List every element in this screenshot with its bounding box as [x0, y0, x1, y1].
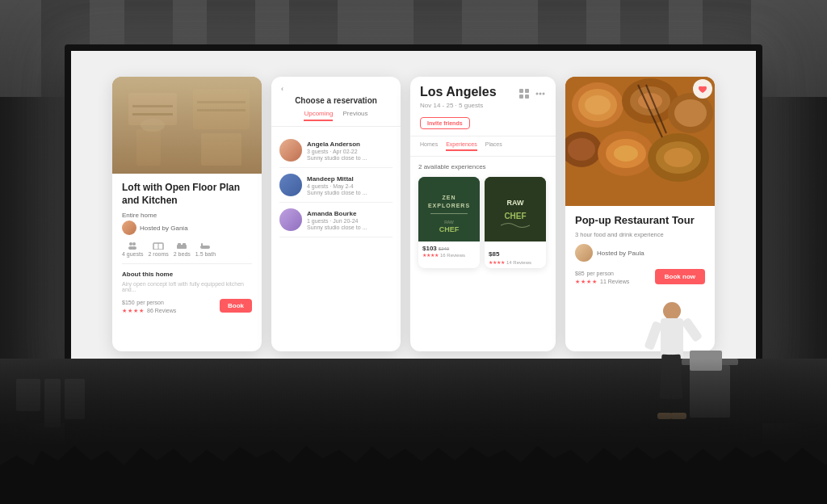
guest-detail: 3 guests · Apr 02-22 [307, 149, 393, 154]
svg-rect-17 [178, 243, 181, 246]
guest-detail: 4 guests · May 2-4 [307, 183, 393, 189]
chef-image: RAW CHEF [485, 177, 546, 242]
host-avatar [122, 220, 136, 235]
svg-rect-8 [201, 133, 241, 166]
svg-rect-21 [519, 89, 523, 93]
listing-about: About this home [122, 271, 252, 278]
guest-location: Sunny studio close to ... [307, 225, 393, 230]
guest-location: Sunny studio close to ... [307, 155, 393, 161]
guest-avatar [279, 208, 302, 231]
experience-card-zen: ZEN EXPLORERS RAW CHEF $103 [418, 177, 480, 268]
svg-text:CHEF: CHEF [504, 212, 526, 220]
svg-rect-3 [132, 113, 173, 116]
reservations-tabs: Upcoming Previous [281, 110, 391, 121]
svg-rect-23 [519, 94, 523, 99]
tab-upcoming[interactable]: Upcoming [304, 110, 333, 121]
popup-price-unit: per person [586, 271, 613, 276]
listing-host: Hosted by Gania [122, 220, 252, 235]
popup-rating-stars: ★ ★ ★ ★ 11 Reviews [575, 279, 629, 285]
listing-desc-short: Airy open concept loft with fully equipp… [122, 281, 252, 292]
svg-point-27 [543, 92, 545, 94]
amenity-rooms: 2 rooms [148, 242, 168, 257]
speaker-head [663, 302, 681, 320]
listing-type: Entire home [122, 212, 252, 219]
invite-friends-button[interactable]: Invite friends [420, 117, 470, 129]
svg-rect-5 [197, 101, 246, 103]
svg-point-25 [536, 92, 539, 94]
popup-image [565, 77, 715, 206]
guest-info: Angela Anderson 3 guests · Apr 02-22 Sun… [307, 141, 393, 161]
chef-reviews: 14 Reviews [506, 260, 531, 265]
guest-avatar [279, 174, 302, 196]
popup-host-avatar [575, 244, 593, 262]
svg-rect-7 [136, 129, 161, 166]
popup-host-text: Hosted by Paula [597, 250, 644, 257]
amenity-rooms-label: 2 rooms [148, 251, 168, 257]
la-icons [518, 88, 546, 99]
chef-rating: ★★★★ 14 Reviews [489, 259, 542, 265]
popup-price-value: $85 [575, 271, 585, 276]
svg-text:RAW: RAW [444, 220, 454, 225]
svg-point-40 [585, 95, 611, 115]
reservations-title: Choose a reservation [281, 96, 391, 105]
listing-image [112, 77, 262, 174]
guest-name: Amanda Bourke [307, 210, 393, 217]
amenity-beds: 2 beds [174, 242, 191, 257]
book-button[interactable]: Book [220, 299, 252, 313]
zen-price: $103 $240 [422, 245, 476, 252]
popup-body: Pop-up Restaurant Tour 3 hour food and d… [565, 206, 715, 293]
zen-stars: ★★★★ [422, 252, 439, 258]
svg-rect-1 [128, 93, 177, 125]
svg-rect-22 [525, 89, 529, 93]
popup-host: Hosted by Paula [575, 244, 705, 262]
svg-point-10 [129, 242, 132, 246]
svg-point-45 [674, 99, 707, 127]
loft-listing-card: Loft with Open Floor Plan and Kitchen En… [112, 77, 262, 351]
tab-previous[interactable]: Previous [342, 110, 367, 121]
svg-point-9 [141, 119, 165, 132]
zen-old-price: $240 [439, 246, 449, 251]
amenity-beds-label: 2 beds [174, 251, 191, 257]
listing-price: $150 per person [122, 297, 176, 306]
reservation-item: Mandeep Mittal 4 guests · May 2-4 Sunny … [279, 168, 393, 203]
host-name: Hosted by Gania [140, 225, 188, 232]
grid-icon [518, 88, 530, 99]
zen-info: $103 $240 ★★★★ 16 Reviews [418, 242, 480, 261]
amenity-guests: 4 guests [122, 242, 143, 257]
tab-homes[interactable]: Homes [420, 141, 438, 151]
tab-experiences[interactable]: Experiences [446, 141, 477, 151]
reservation-item: Amanda Bourke 1 guests · Jun 20-24 Sunny… [279, 203, 393, 237]
svg-point-50 [614, 145, 638, 162]
guest-name: Mandeep Mittal [307, 175, 393, 183]
amenity-guests-label: 4 guests [122, 251, 143, 257]
reservations-header: ‹ Choose a reservation Upcoming Previous [271, 77, 401, 127]
popup-title: Pop-up Restaurant Tour [575, 214, 705, 228]
listing-price-block: $150 per person ★ ★ ★ ★ 86 Reviews [122, 297, 176, 314]
tab-places[interactable]: Places [485, 141, 502, 151]
los-angeles-card: Los Angeles Nov 14 - 25 · 5 guests Invit… [410, 77, 556, 351]
price-unit: per person [136, 300, 163, 305]
price-value: $150 [122, 300, 135, 305]
la-dates: Nov 14 - 25 · 5 guests [420, 102, 546, 109]
svg-rect-18 [183, 243, 186, 246]
popup-footer: $85 per person ★ ★ ★ ★ 11 Reviews [575, 268, 705, 285]
guest-avatar [279, 139, 302, 162]
zen-image: ZEN EXPLORERS RAW CHEF [418, 177, 480, 242]
popup-review-count: 11 Reviews [600, 279, 629, 285]
svg-rect-24 [525, 94, 529, 99]
svg-text:RAW: RAW [507, 199, 525, 207]
listing-footer: $150 per person ★ ★ ★ ★ 86 Reviews [122, 297, 252, 314]
experience-cards: ZEN EXPLORERS RAW CHEF $103 [418, 177, 548, 268]
chef-stars: ★★★★ [489, 259, 505, 265]
back-button[interactable]: ‹ [281, 85, 391, 93]
svg-text:CHEF: CHEF [439, 225, 460, 233]
la-header-row: Los Angeles [420, 85, 546, 102]
svg-text:EXPLORERS: EXPLORERS [428, 203, 470, 208]
svg-text:ZEN: ZEN [443, 195, 456, 200]
chef-price-value: $85 [489, 250, 499, 258]
book-now-button[interactable]: Book now [655, 269, 705, 284]
la-header: Los Angeles Nov 14 - 25 · 5 guests Invit… [410, 77, 556, 136]
review-count: 86 Reviews [147, 308, 176, 314]
listing-title: Loft with Open Floor Plan and Kitchen [122, 182, 252, 207]
city-name: Los Angeles [420, 85, 497, 99]
